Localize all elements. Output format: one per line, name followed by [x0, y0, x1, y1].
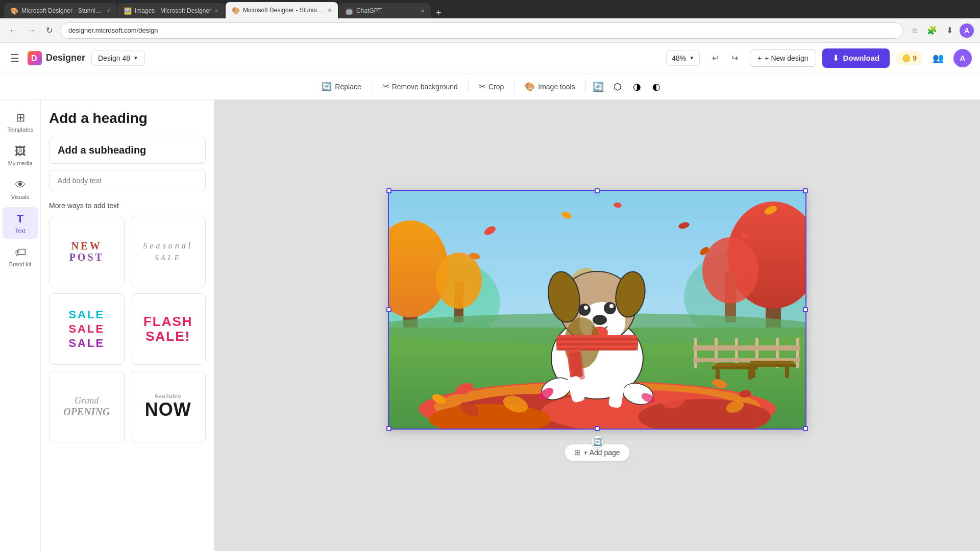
tab2-close[interactable]: ✕ [214, 8, 218, 14]
back-button[interactable]: ← [6, 24, 20, 37]
image-tools-label: Image tools [538, 83, 575, 91]
svg-text:D: D [31, 54, 37, 63]
svg-rect-22 [796, 338, 799, 368]
star-icon[interactable]: ☆ [908, 23, 922, 38]
toolbar-separator-1 [372, 81, 372, 93]
browser-toolbar-icons: ☆ 🧩 ⬇ A [908, 23, 974, 38]
svg-point-59 [609, 304, 614, 308]
design-name-button[interactable]: Design 48 ▼ [91, 51, 145, 66]
svg-rect-65 [556, 343, 638, 345]
svg-rect-66 [556, 348, 638, 350]
sidebar-item-visuals[interactable]: 👁 Visuals [3, 173, 38, 205]
filter-icon-button[interactable]: ◑ [628, 78, 646, 96]
forward-button[interactable]: → [24, 24, 39, 37]
replace-icon: 🔄 [322, 82, 332, 91]
extensions-icon[interactable]: 🧩 [925, 23, 939, 38]
seasonal-line2: SALE [143, 253, 193, 264]
tab2-label: Images - Microsoft Designer [135, 7, 211, 14]
tab1-label: Microsoft Designer - Stunning... [21, 7, 103, 14]
sidebar-item-my-media[interactable]: 🖼 My media [3, 140, 38, 171]
text-card-seasonal-sale[interactable]: Seasonal SALE [131, 216, 206, 287]
refresh-button[interactable]: ↻ [43, 23, 56, 37]
text-card-new-post[interactable]: NEW POST [49, 216, 125, 287]
layers-icon-button[interactable]: ⬡ [608, 78, 627, 96]
tab-3[interactable]: 🎨 Microsoft Designer - Stunning... ✕ [226, 2, 338, 18]
canvas-image[interactable] [388, 190, 806, 430]
svg-point-12 [702, 237, 758, 304]
tab1-favicon: 🎨 [10, 7, 18, 15]
replace-button[interactable]: 🔄 Replace [314, 78, 368, 95]
svg-point-58 [584, 306, 588, 310]
undo-button[interactable]: ↩ [706, 49, 724, 67]
remove-bg-button[interactable]: ✂ Remove background [375, 78, 465, 95]
sidebar-item-text[interactable]: T Text [3, 207, 38, 239]
tab4-favicon: 🤖 [345, 7, 353, 15]
seasonal-line1: Seasonal [143, 239, 193, 253]
plus-icon: + [757, 54, 762, 62]
design-name-label: Design 48 [98, 54, 130, 62]
svg-point-57 [604, 302, 616, 314]
sidebar-item-brand-kit[interactable]: 🏷 Brand kit [3, 241, 38, 272]
text-card-flash-sale[interactable]: FLASH SALE! [131, 293, 206, 365]
tab-1[interactable]: 🎨 Microsoft Designer - Stunning... ✕ [4, 3, 116, 18]
tab3-label: Microsoft Designer - Stunning... [243, 7, 325, 14]
coins-count: 9 [913, 54, 917, 62]
tab4-close[interactable]: ✕ [421, 8, 425, 14]
image-toolbar: 🔄 Replace ✂ Remove background ✂ Crop 🎨 I… [0, 73, 980, 100]
share-button[interactable]: 👥 [929, 49, 947, 67]
image-tools-button[interactable]: 🎨 Image tools [518, 78, 582, 95]
tab3-close[interactable]: ✕ [328, 8, 332, 13]
address-input[interactable] [60, 22, 903, 39]
new-post-line2: POST [69, 252, 104, 263]
text-card-grand-opening[interactable]: Grand OPENING [49, 371, 125, 442]
text-cards-grid: NEW POST Seasonal SALE SALE SALE SALE [49, 216, 206, 442]
add-page-plus-icon: ⊞ [574, 448, 580, 457]
new-design-button[interactable]: + + New design [750, 49, 816, 67]
sidebar-item-templates[interactable]: ⊞ Templates [3, 106, 38, 138]
add-subheading-button[interactable]: Add a subheading [49, 137, 206, 164]
zoom-chevron-icon: ▼ [689, 55, 694, 61]
brand-kit-icon: 🏷 [15, 246, 26, 259]
tab-4[interactable]: 🤖 ChatGPT ✕ [339, 3, 431, 18]
contrast-icon-button[interactable]: ◐ [647, 78, 666, 96]
text-card-sale-stack[interactable]: SALE SALE SALE [49, 293, 125, 365]
tab-2[interactable]: 🖼️ Images - Microsoft Designer ✕ [117, 3, 225, 18]
flash-line1: FLASH [143, 314, 193, 329]
add-page-label: + Add page [583, 448, 620, 457]
svg-rect-27 [716, 369, 720, 380]
logo-text: Designer [46, 53, 85, 63]
rotate-handle[interactable]: 🔄 [591, 436, 603, 448]
grand-line2: OPENING [63, 406, 110, 418]
text-icon: T [17, 212, 23, 226]
avatar[interactable]: A [953, 49, 972, 67]
address-bar-row: ← → ↻ ☆ 🧩 ⬇ A [0, 18, 980, 43]
hamburger-button[interactable]: ☰ [8, 50, 21, 66]
left-sidebar: ⊞ Templates 🖼 My media 👁 Visuals T Text … [0, 100, 41, 551]
crop-button[interactable]: ✂ Crop [472, 78, 511, 95]
add-body-text-button[interactable]: Add body text [49, 170, 206, 191]
autumn-scene-svg [388, 190, 806, 430]
toolbar-separator-3 [514, 81, 514, 93]
text-label: Text [15, 228, 25, 234]
tab4-label: ChatGPT [356, 7, 418, 14]
download-button[interactable]: ⬇ Download [822, 48, 890, 68]
profile-icon[interactable]: A [960, 23, 974, 38]
my-media-icon: 🖼 [15, 145, 26, 158]
svg-point-56 [578, 304, 591, 316]
new-post-content: NEW POST [69, 240, 104, 263]
coins-badge[interactable]: 🪙 9 [896, 51, 923, 65]
adjust-icon-button[interactable]: 🔄 [589, 78, 607, 96]
flash-line2: SALE! [143, 329, 193, 344]
seasonal-sale-content: Seasonal SALE [143, 239, 193, 264]
new-tab-button[interactable]: + [432, 8, 446, 17]
templates-label: Templates [7, 127, 33, 133]
download-label: Download [843, 54, 880, 62]
zoom-control[interactable]: 48% ▼ [666, 51, 700, 66]
tab3-favicon: 🎨 [232, 7, 240, 14]
text-panel: Add a heading Add a subheading Add body … [41, 100, 214, 551]
download-browser-icon[interactable]: ⬇ [942, 23, 957, 38]
redo-button[interactable]: ↪ [725, 49, 744, 67]
tab1-close[interactable]: ✕ [106, 8, 110, 14]
text-card-available-now[interactable]: Available NOW [131, 371, 206, 442]
toolbar-separator-4 [585, 81, 586, 93]
